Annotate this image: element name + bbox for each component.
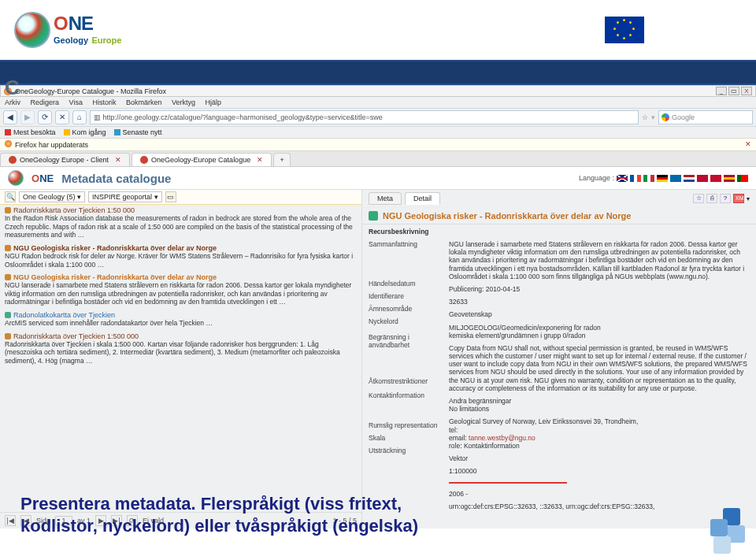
menu-visa[interactable]: Visa	[69, 98, 83, 106]
dropdown-icon[interactable]: ▾	[747, 195, 750, 202]
search-engine-field[interactable]: Google	[658, 110, 753, 124]
service-icon	[5, 312, 11, 318]
minimize-button[interactable]: _	[716, 87, 727, 95]
search-tool-icon[interactable]: ▭	[165, 191, 176, 202]
detail-title: NGU Geologiska risker - Radonriskkarta ö…	[383, 211, 631, 221]
dataset-icon	[5, 245, 11, 251]
page-icon: ▥	[94, 113, 103, 121]
eu-flag-icon	[605, 17, 644, 43]
language-selector: Language :	[579, 174, 748, 182]
eu-text: Co-funded by the European Union	[652, 18, 742, 42]
firefox-icon	[4, 87, 12, 95]
result-item[interactable]: Radonolatkokartta över Tjeckien ArcMIS s…	[5, 311, 357, 328]
flag-fr-icon[interactable]	[630, 175, 641, 182]
stop-button[interactable]: ✕	[55, 110, 69, 124]
app-header: ONE Metadata catalogue Language :	[0, 167, 756, 190]
menu-historik[interactable]: Historik	[92, 98, 116, 106]
maximize-button[interactable]: ▭	[728, 87, 739, 95]
browser-window: OneGeology-Europe Catalogue - Mozilla Fi…	[0, 85, 756, 528]
result-item[interactable]: Radonriskkarta över Tjeckien 1:50 000 In…	[5, 206, 357, 239]
tab-close-icon[interactable]: ✕	[115, 156, 121, 164]
flag-es-icon[interactable]	[724, 175, 735, 182]
bookmark-mest-besokta[interactable]: Mest besökta	[5, 128, 56, 136]
bookmark-star-icon[interactable]: ☆	[642, 113, 648, 121]
flag-uk-icon[interactable]	[617, 175, 628, 182]
onegeology-logo: ONE Geology Europe	[14, 12, 121, 48]
blue-band	[0, 60, 756, 85]
results-column: 🔍 One Geology (5) ▾ INSPIRE geoportal ▾ …	[0, 190, 362, 528]
app-content: 🔍 One Geology (5) ▾ INSPIRE geoportal ▾ …	[0, 190, 756, 528]
email-link[interactable]: tanne.westby@ngu.no	[469, 434, 536, 442]
tab-catalogue[interactable]: OneGeology-Europe Catalogue ✕	[132, 153, 272, 166]
xml-export-button[interactable]: XML	[733, 194, 744, 203]
reload-button[interactable]: ⟳	[38, 110, 52, 124]
flag-nl-icon[interactable]	[684, 175, 695, 182]
dataset-icon	[5, 274, 11, 280]
help-icon[interactable]: ?	[720, 194, 731, 203]
tab-meta[interactable]: Meta	[369, 192, 402, 205]
search-icon[interactable]: 🔍	[5, 191, 16, 202]
source-dropdown-onegeology[interactable]: One Geology (5) ▾	[19, 191, 85, 202]
flag-se-icon[interactable]	[670, 175, 681, 182]
dataset-icon	[5, 333, 11, 339]
firefox-small-icon	[5, 140, 12, 147]
slide-caption: Presentera metadata. Flerspråkigt (viss …	[20, 493, 619, 536]
logo-text: ONE Geology Europe	[54, 14, 121, 46]
bookmark-toolbar: Mest besökta Kom igång Senaste nytt	[0, 127, 756, 139]
flag-it-icon[interactable]	[643, 175, 654, 182]
slide-header: ONE Geology Europe Co-funded by the Euro…	[0, 0, 756, 60]
flag-pt-icon[interactable]	[737, 175, 748, 182]
google-icon	[662, 113, 669, 121]
address-bar-row: ◀ ▶ ⟳ ✕ ⌂ ▥ http://one.geology.cz/catalo…	[0, 109, 756, 127]
menu-redigera[interactable]: Redigera	[31, 98, 60, 106]
result-item[interactable]: NGU Geologiska risker - Radonriskkarta ö…	[5, 244, 357, 269]
search-row: 🔍 One Geology (5) ▾ INSPIRE geoportal ▾ …	[0, 190, 361, 205]
tab-detail[interactable]: Detail	[405, 192, 440, 205]
logo-globe-icon	[14, 12, 50, 48]
detail-column: Meta Detail ☆ ⎙ ? XML ▾ NGU Geologiska r…	[362, 190, 756, 528]
extent-map: Trondheim Oslo	[449, 482, 567, 484]
tab-close-icon[interactable]: ✕	[257, 156, 263, 164]
tab-icon	[140, 156, 148, 164]
bookmark-kom-igang[interactable]: Kom igång	[64, 128, 106, 136]
new-tab-button[interactable]: +	[273, 153, 291, 166]
source-dropdown-inspire[interactable]: INSPIRE geoportal ▾	[88, 191, 162, 202]
eu-cofunded: Co-funded by the European Union	[605, 17, 742, 43]
notification-close-icon[interactable]: ✕	[745, 140, 751, 149]
menu-verktyg[interactable]: Verktyg	[172, 98, 195, 106]
detail-header: NGU Geologiska risker - Radonriskkarta ö…	[362, 208, 756, 224]
result-item[interactable]: Radonriskkarta över Tjeckien 1:500 000 R…	[5, 332, 357, 365]
back-button[interactable]: ◀	[3, 110, 17, 124]
menu-bokmarken[interactable]: Bokmärken	[126, 98, 162, 106]
app-title: Metadata catalogue	[61, 172, 171, 185]
tab-client[interactable]: OneGeology Europe - Client ✕	[0, 153, 130, 166]
page-first-button[interactable]: |◀	[5, 515, 16, 526]
puzzle-decoration	[696, 500, 751, 555]
results-list: Radonriskkarta över Tjeckien 1:50 000 In…	[0, 205, 361, 512]
window-controls: _ ▭ X	[716, 87, 752, 95]
dataset-icon	[369, 211, 378, 221]
forward-button[interactable]: ▶	[20, 110, 35, 124]
dataset-icon	[5, 207, 11, 213]
notification-bar: Firefox har uppdaterats ✕	[0, 139, 756, 151]
bookmark-senaste[interactable]: Senaste nytt	[114, 128, 162, 136]
print-icon[interactable]: ⎙	[706, 194, 717, 203]
close-button[interactable]: X	[741, 87, 752, 95]
favorite-icon[interactable]: ☆	[693, 194, 704, 203]
home-button[interactable]: ⌂	[72, 110, 87, 124]
detail-body: Recursbeskrivning Sammanfattning Händels…	[362, 224, 756, 528]
app-logo-icon	[8, 170, 24, 186]
menu-hjalp[interactable]: Hjälp	[206, 98, 222, 106]
tab-icon	[9, 156, 17, 164]
browser-menu: Arkiv Redigera Visa Historik Bokmärken V…	[0, 97, 756, 109]
flag-no-icon[interactable]	[697, 175, 708, 182]
window-title-bar: OneGeology-Europe Catalogue - Mozilla Fi…	[0, 85, 756, 97]
menu-arkiv[interactable]: Arkiv	[5, 98, 20, 106]
window-title: OneGeology-Europe Catalogue - Mozilla Fi…	[15, 87, 166, 95]
browser-tabs: OneGeology Europe - Client ✕ OneGeology-…	[0, 151, 756, 167]
url-field[interactable]: ▥ http://one.geology.cz/catalogue/?langu…	[90, 110, 639, 124]
flag-dk-icon[interactable]	[710, 175, 721, 182]
detail-top-row: Meta Detail ☆ ⎙ ? XML ▾	[362, 190, 756, 208]
flag-de-icon[interactable]	[657, 175, 668, 182]
result-item[interactable]: NGU Geologiska risker - Radonriskkarta ö…	[5, 273, 357, 306]
